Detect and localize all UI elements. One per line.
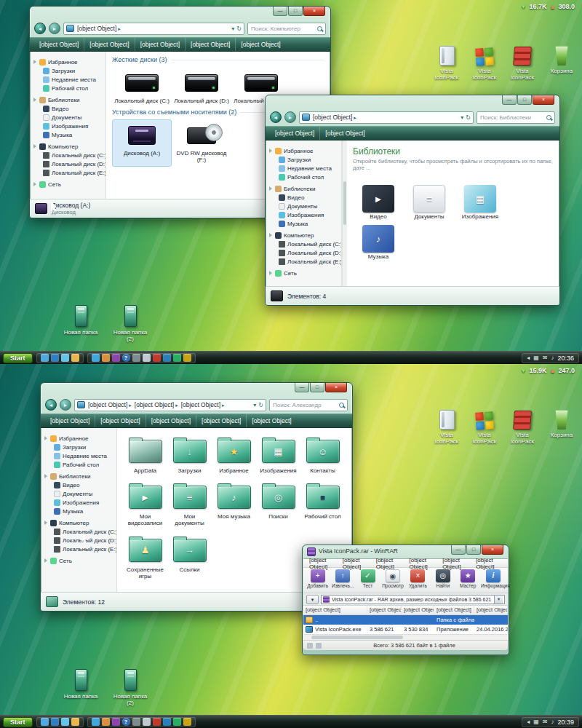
command-button[interactable]: [object Object] (185, 38, 235, 51)
taskbar-icon[interactable] (51, 354, 59, 362)
toolbar-button[interactable]: ◉ Просмотр (380, 569, 404, 588)
taskbar-icon[interactable] (92, 354, 100, 362)
back-button[interactable]: ◄ (270, 111, 282, 123)
sidebar-item[interactable]: Локальный диск (D:) (31, 159, 105, 168)
drive-tile[interactable]: Локальный диск (C:) (112, 67, 172, 107)
taskbar-icon[interactable] (183, 354, 191, 362)
breadcrumb-item[interactable]: [object Object] (312, 114, 359, 121)
close-button[interactable]: × (482, 545, 503, 555)
taskbar-icon[interactable] (183, 718, 191, 726)
desktop-icon-folder[interactable]: Новая папка (2) (109, 669, 151, 706)
titlebar[interactable]: — □ × (41, 383, 352, 396)
taskbar-icon[interactable] (51, 718, 59, 726)
up-folder-button[interactable]: ▾ (306, 595, 319, 604)
sidebar-item[interactable]: Компьютер (31, 142, 105, 151)
taskbar-icon[interactable] (112, 718, 120, 726)
toolbar-button[interactable]: + Добавить (306, 569, 330, 588)
tray-icon[interactable]: ✉ (543, 355, 548, 361)
sidebar-item[interactable]: Изображения (31, 122, 105, 130)
breadcrumb-item[interactable]: [object Object] (180, 401, 227, 408)
taskbar-icon[interactable] (102, 718, 110, 726)
forward-button[interactable]: ► (49, 23, 60, 34)
start-button[interactable]: Start (3, 717, 33, 727)
taskbar-icon[interactable] (153, 354, 161, 362)
folder-tile[interactable]: ♪ Моя музыка (212, 480, 256, 529)
start-button[interactable]: Start (3, 353, 33, 363)
command-button[interactable]: [object Object] (146, 414, 196, 427)
command-button[interactable]: [object Object] (319, 127, 370, 140)
column-header[interactable]: [object Object] (367, 606, 402, 614)
titlebar[interactable]: Vista IconPack.rar - WinRAR — □ × (303, 545, 509, 558)
minimize-button[interactable]: — (273, 7, 287, 16)
folder-tile[interactable]: → Ссылки (167, 533, 212, 582)
taskbar-icon[interactable] (92, 718, 100, 726)
taskbar-icon[interactable] (71, 354, 79, 362)
taskbar-icon[interactable] (143, 718, 151, 726)
close-button[interactable]: × (533, 95, 554, 105)
sidebar-item[interactable]: Избранное (31, 58, 105, 66)
sidebar-item[interactable]: Рабочий стол (41, 460, 116, 469)
taskbar-icon[interactable] (41, 718, 49, 726)
tray-icon[interactable]: ▦ (533, 355, 539, 361)
address-bar[interactable]: [object Object][object Object][object Ob… (74, 399, 266, 411)
toolbar-button[interactable]: × Удалить (406, 569, 430, 588)
sidebar-item[interactable]: Загрузки (31, 66, 105, 75)
taskbar-icon[interactable] (61, 354, 69, 362)
refresh-icon[interactable]: ↻ (258, 402, 263, 408)
sidebar-item[interactable]: Документы (31, 113, 105, 122)
sidebar-item[interactable]: Загрузки (41, 443, 116, 451)
maximize-button[interactable]: □ (310, 383, 324, 392)
taskbar-icon[interactable] (143, 354, 151, 362)
tray-icon[interactable]: ▦ (533, 719, 539, 725)
taskbar-icon[interactable] (163, 354, 171, 362)
taskbar-icon[interactable] (163, 718, 171, 726)
refresh-icon[interactable]: ↻ (236, 25, 242, 32)
sidebar-item[interactable]: Рабочий стол (266, 173, 341, 181)
menu-item[interactable]: [object Object] (306, 557, 338, 570)
folder-tile[interactable]: ■ Рабочий стол (300, 480, 345, 529)
close-button[interactable]: × (303, 7, 325, 16)
taskbar-icon[interactable] (71, 718, 79, 726)
sidebar-item[interactable]: Недавние места (266, 164, 341, 173)
file-row[interactable]: .. Папка с файлами (303, 615, 508, 625)
command-button[interactable]: [object Object] (95, 414, 145, 427)
maximize-button[interactable]: □ (466, 545, 481, 555)
taskbar-icon[interactable] (41, 354, 49, 362)
taskbar-icon[interactable] (153, 718, 161, 726)
sidebar-item[interactable]: Недавние места (41, 451, 116, 460)
forward-button[interactable]: ► (60, 399, 71, 411)
toolbar-button[interactable]: ◎ Найти (431, 569, 455, 588)
column-header[interactable]: [object Object] (434, 606, 474, 614)
folder-tile[interactable]: ► Мои видеозаписи (123, 480, 167, 529)
sidebar-item[interactable]: Недавние места (31, 75, 105, 84)
sidebar-item[interactable]: Документы (41, 489, 116, 498)
desktop-icon-folder[interactable]: Новая папка (60, 669, 102, 706)
menu-item[interactable]: [object Object] (406, 557, 438, 570)
sidebar-item[interactable]: Библиотеки (41, 472, 116, 480)
desktop-icon-vista-iconpack[interactable]: Vista IconPack (431, 44, 463, 81)
titlebar[interactable]: — □ × (266, 95, 559, 108)
taskbar-icon[interactable] (102, 354, 110, 362)
sidebar-item[interactable]: Музыка (266, 219, 341, 228)
maximize-button[interactable]: □ (288, 7, 303, 16)
drive-tile[interactable]: DVD RW дисковод (F:) (172, 119, 231, 166)
search-box[interactable]: Поиск: Компьютер (247, 23, 326, 35)
library-tile[interactable]: ► Видео (353, 183, 404, 223)
back-button[interactable]: ◄ (34, 23, 46, 34)
address-dropdown-icon[interactable]: ▾ (253, 402, 256, 408)
sidebar-item[interactable]: Локальный диск (E:) (31, 168, 105, 177)
command-button[interactable]: [object Object] (135, 38, 185, 51)
desktop-icon-vista-iconpack[interactable]: Vista IconPack (469, 408, 501, 445)
sidebar-item[interactable]: Избранное (266, 146, 341, 155)
desktop-icon-folder[interactable]: Новая папка (60, 305, 102, 342)
sidebar-item[interactable]: Загрузки (266, 155, 341, 164)
sidebar-item[interactable]: Сеть (31, 180, 105, 189)
drive-tile[interactable]: Дисковод (A:) (112, 119, 172, 166)
sidebar-item[interactable]: Библиотеки (31, 95, 105, 104)
toolbar-button[interactable]: i Информация (481, 569, 506, 588)
minimize-button[interactable]: — (502, 95, 517, 105)
tray-icon[interactable]: ✉ (543, 719, 548, 725)
folder-tile[interactable]: ☺ Контакты (300, 434, 345, 477)
address-dropdown-icon[interactable]: ▾ (231, 25, 234, 32)
sidebar-item[interactable]: Рабочий стол (31, 84, 105, 92)
